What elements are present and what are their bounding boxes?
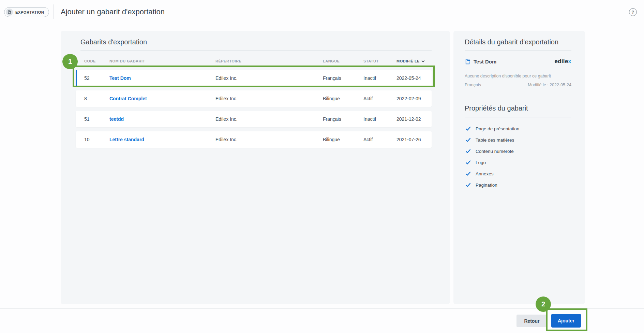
template-link[interactable]: teetdd [109, 116, 215, 122]
property-item: Page de présentation [466, 125, 571, 132]
file-export-icon [465, 59, 470, 64]
check-icon [466, 138, 470, 142]
table-row[interactable]: 8 Contrat Complet Edilex Inc. Bilingue A… [76, 90, 432, 107]
property-label: Page de présentation [476, 126, 519, 131]
template-link[interactable]: Lettre standard [109, 137, 215, 142]
details-template-name: Test Dom [474, 59, 496, 64]
column-header-statut[interactable]: STATUT [363, 59, 396, 63]
column-header-modifie-label: MODIFIÉ LE [396, 59, 420, 63]
header-divider [54, 4, 54, 19]
check-icon [466, 149, 470, 153]
help-icon[interactable]: ? [629, 8, 637, 16]
property-label: Annexes [476, 171, 494, 176]
table-row[interactable]: 52 Test Dom Edilex Inc. Français Inactif… [76, 70, 432, 86]
sort-chevron-down-icon [421, 60, 425, 62]
properties-rule [465, 117, 571, 117]
cell-langue: Français [323, 116, 363, 122]
templates-panel-rule [80, 50, 432, 50]
property-label: Contenu numéroté [476, 149, 514, 154]
exportation-badge[interactable]: EXPORTATION [4, 7, 49, 17]
templates-panel: Gabarits d'exportation CODE NOM DU GABAR… [61, 31, 450, 304]
add-button[interactable]: Ajouter [551, 314, 581, 328]
property-item: Logo [466, 159, 571, 166]
details-description: Aucune description disponible pour ce ga… [465, 74, 551, 78]
page-title: Ajouter un gabarit d'exportation [61, 8, 165, 16]
cell-modifie: 2022-05-24 [396, 75, 432, 81]
cell-code: 8 [84, 96, 109, 101]
cell-modifie: 2021-07-26 [396, 137, 432, 142]
check-icon [466, 172, 470, 176]
check-icon [466, 183, 470, 187]
details-panel: Détails du gabarit d'exportation Test Do… [453, 31, 585, 304]
details-template-row: Test Dom edilex [465, 58, 571, 65]
table-body: 52 Test Dom Edilex Inc. Français Inactif… [76, 70, 432, 152]
cell-repertoire: Edilex Inc. [215, 137, 323, 142]
cell-langue: Français [323, 75, 363, 81]
template-link[interactable]: Contrat Complet [109, 96, 215, 101]
cell-modifie: 2022-02-09 [396, 96, 432, 101]
cell-statut: Inactif [363, 116, 396, 122]
table-row[interactable]: 10 Lettre standard Edilex Inc. Bilingue … [76, 131, 432, 148]
cell-repertoire: Edilex Inc. [215, 75, 323, 81]
back-button[interactable]: Retour [516, 315, 547, 327]
cell-statut: Actif [363, 137, 396, 142]
table-row[interactable]: 51 teetdd Edilex Inc. Français Inactif 2… [76, 111, 432, 127]
property-label: Pagination [476, 183, 497, 188]
details-meta-row: Français Modifié le : 2022-05-24 [465, 83, 571, 87]
check-icon [466, 160, 470, 164]
property-label: Logo [476, 160, 486, 165]
property-item: Annexes [466, 170, 571, 177]
cell-code: 51 [84, 116, 109, 122]
details-rule [465, 50, 571, 50]
property-item: Pagination [466, 182, 571, 188]
cell-langue: Bilingue [323, 137, 363, 142]
properties-title: Propriétés du gabarit [465, 104, 528, 112]
selected-row-indicator [76, 70, 77, 86]
template-link[interactable]: Test Dom [109, 75, 215, 81]
details-modified: Modifié le : 2022-05-24 [528, 83, 571, 87]
export-file-icon [6, 9, 13, 16]
cell-repertoire: Edilex Inc. [215, 96, 323, 101]
column-header-langue[interactable]: LANGUE [323, 59, 363, 63]
cell-code: 10 [84, 137, 109, 142]
cell-statut: Actif [363, 96, 396, 101]
property-item: Table des matières [466, 136, 571, 143]
cell-langue: Bilingue [323, 96, 363, 101]
details-language: Français [465, 83, 481, 87]
page: EXPORTATION Ajouter un gabarit d'exporta… [0, 0, 644, 333]
property-label: Table des matières [476, 137, 514, 143]
column-header-code[interactable]: CODE [84, 59, 109, 63]
properties-list: Page de présentation Table des matières … [466, 125, 571, 193]
column-header-name[interactable]: NOM DU GABARIT [109, 59, 215, 63]
edilex-logo: edilex [555, 58, 571, 65]
footer-divider [0, 308, 644, 308]
table-header-row: CODE NOM DU GABARIT RÉPERTOIRE LANGUE ST… [76, 57, 432, 65]
badge-label: EXPORTATION [15, 10, 44, 14]
details-title: Détails du gabarit d'exportation [465, 38, 558, 46]
column-header-modifie[interactable]: MODIFIÉ LE [396, 59, 432, 63]
templates-panel-title: Gabarits d'exportation [80, 38, 147, 46]
cell-repertoire: Edilex Inc. [215, 116, 323, 122]
cell-modifie: 2021-12-02 [396, 116, 432, 122]
check-icon [466, 127, 470, 131]
cell-statut: Inactif [363, 75, 396, 81]
property-item: Contenu numéroté [466, 148, 571, 155]
cell-code: 52 [84, 75, 109, 81]
column-header-repertoire[interactable]: RÉPERTOIRE [215, 59, 323, 63]
